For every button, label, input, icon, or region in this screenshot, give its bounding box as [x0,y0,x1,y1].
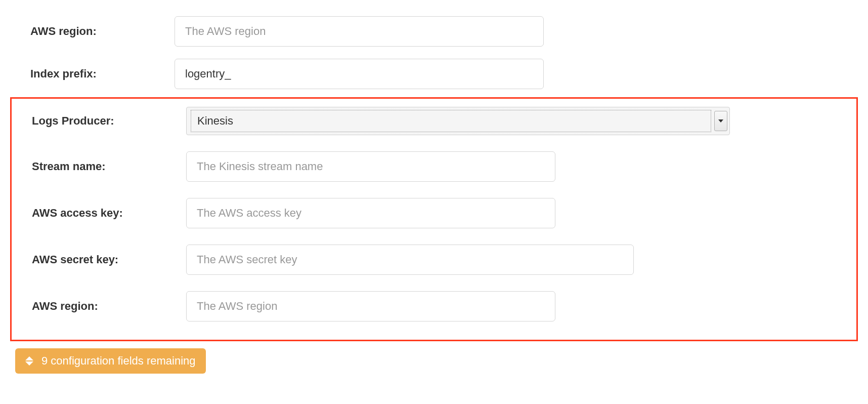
logs-producer-input-wrapper: Kinesis [186,107,856,135]
aws-region-top-label: AWS region: [0,25,175,38]
stream-name-input[interactable] [186,151,555,182]
aws-region-top-input[interactable] [175,16,544,47]
aws-secret-key-input-wrapper [186,245,856,275]
aws-region-bottom-row: AWS region: [12,283,856,330]
logs-producer-highlight: Logs Producer: Kinesis Stream name: AW [10,97,858,341]
config-remaining-button[interactable]: 9 configuration fields remaining [15,348,206,374]
aws-access-key-input-wrapper [186,198,856,228]
logs-producer-select[interactable]: Kinesis [186,107,730,135]
logs-producer-dropdown-button[interactable] [714,111,727,131]
index-prefix-row: Index prefix: [0,53,868,95]
stream-name-label: Stream name: [12,160,186,173]
aws-access-key-row: AWS access key: [12,190,856,236]
aws-region-bottom-label: AWS region: [12,300,186,313]
aws-access-key-label: AWS access key: [12,207,186,220]
aws-region-top-input-wrapper [175,16,868,47]
aws-region-bottom-input[interactable] [186,291,555,321]
aws-secret-key-input[interactable] [186,245,634,275]
logs-producer-value: Kinesis [191,110,711,132]
index-prefix-input-wrapper [175,59,868,89]
sort-icon [25,356,33,366]
config-remaining-text: 9 configuration fields remaining [41,354,196,368]
index-prefix-input[interactable] [175,59,544,89]
aws-region-bottom-input-wrapper [186,291,856,321]
aws-region-top-row: AWS region: [0,10,868,53]
index-prefix-label: Index prefix: [0,67,175,80]
aws-secret-key-label: AWS secret key: [12,253,186,266]
stream-name-input-wrapper [186,151,856,182]
config-form: AWS region: Index prefix: Logs Producer:… [0,10,868,374]
logs-producer-row: Logs Producer: Kinesis [12,99,856,143]
logs-producer-label: Logs Producer: [12,114,186,128]
aws-access-key-input[interactable] [186,198,555,228]
aws-secret-key-row: AWS secret key: [12,236,856,283]
chevron-down-icon [718,119,723,123]
stream-name-row: Stream name: [12,143,856,190]
